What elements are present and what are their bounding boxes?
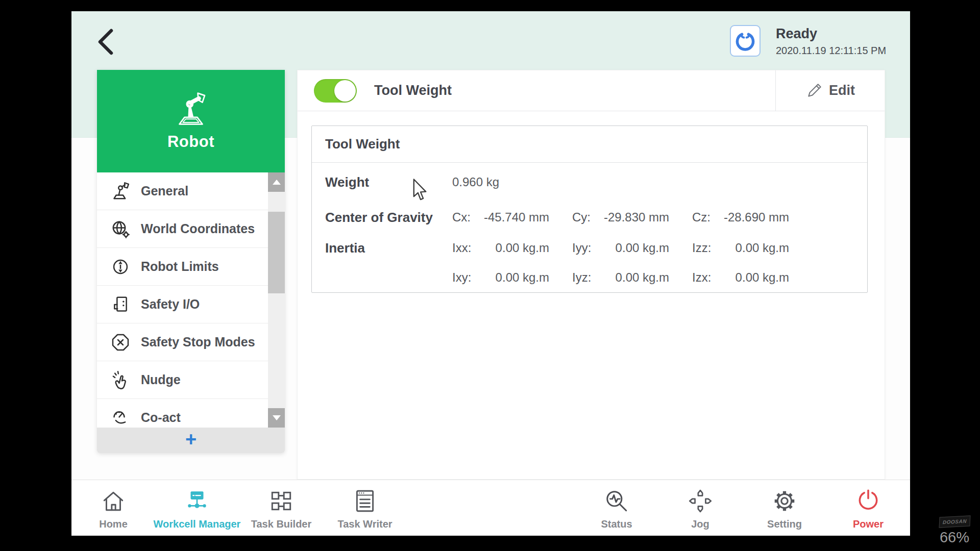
tool-weight-toggle[interactable] xyxy=(314,79,357,103)
sidebar-item-co-act[interactable]: Co-act xyxy=(97,399,285,428)
scroll-up-button[interactable] xyxy=(268,172,285,192)
iyz-key: Iyz: xyxy=(572,270,600,285)
ixy-key: Ixy: xyxy=(452,270,480,285)
sidebar-item-world-coordinates[interactable]: World Coordinates xyxy=(97,210,285,248)
weight-row: Weight 0.960 kg xyxy=(312,163,867,202)
card-title: Tool Weight xyxy=(325,136,400,152)
sidebar-item-label: Nudge xyxy=(141,372,181,387)
scroll-up-icon xyxy=(273,180,281,185)
iyz-value: 0.00 kg.m xyxy=(600,270,669,285)
iyy-key: Iyy: xyxy=(572,241,600,255)
sidebar-scrollbar[interactable] xyxy=(268,172,285,428)
robot-status-button[interactable] xyxy=(730,25,761,57)
inertia-row-1: Inertia Ixx: 0.00 kg.m Iyy: 0.00 kg.m Iz… xyxy=(312,233,867,263)
task-writer-icon xyxy=(314,484,416,514)
center-of-gravity-row: Center of Gravity Cx: -45.740 mm Cy: -29… xyxy=(312,202,867,233)
robot-arm-large-icon xyxy=(173,92,209,126)
tool-weight-card: Tool Weight Weight 0.960 kg Center of Gr… xyxy=(311,126,868,293)
sidebar-item-safety-stop-modes[interactable]: Safety Stop Modes xyxy=(97,323,285,361)
scroll-down-icon xyxy=(273,415,281,420)
ixx-key: Ixx: xyxy=(452,241,480,255)
pencil-icon xyxy=(805,82,823,99)
bottom-navbar: Home Workcell Manager Task Builder xyxy=(71,480,910,536)
sidebar-item-robot-limits[interactable]: Robot Limits xyxy=(97,248,285,286)
back-button[interactable] xyxy=(92,26,122,56)
limits-icon xyxy=(109,256,132,278)
robot-status-cluster: Ready 2020.11.19 12:11:15 PM xyxy=(730,25,886,57)
izz-key: Izz: xyxy=(692,241,720,255)
safety-io-icon xyxy=(109,293,132,316)
izz-value: 0.00 kg.m xyxy=(720,241,789,255)
power-icon xyxy=(817,484,910,514)
izx-value: 0.00 kg.m xyxy=(720,270,789,285)
iyy-value: 0.00 kg.m xyxy=(600,241,669,255)
sidebar-menu: General World Coordinates xyxy=(97,172,285,428)
sidebar-item-nudge[interactable]: Nudge xyxy=(97,361,285,399)
cog-label: Center of Gravity xyxy=(312,210,452,226)
sidebar-category-robot[interactable]: Robot xyxy=(97,70,285,172)
cy-key: Cy: xyxy=(572,210,600,224)
cy-value: -29.830 mm xyxy=(600,210,669,224)
sidebar: Robot General World Coordinates xyxy=(97,70,285,453)
sidebar-item-label: Safety I/O xyxy=(141,297,200,312)
sidebar-item-safety-io[interactable]: Safety I/O xyxy=(97,286,285,323)
sidebar-item-label: World Coordinates xyxy=(141,221,255,236)
sidebar-item-label: General xyxy=(141,184,188,198)
co-act-icon xyxy=(109,407,132,428)
ixx-value: 0.00 kg.m xyxy=(480,241,549,255)
card-title-row: Tool Weight xyxy=(312,126,867,163)
watermark: DOOSAN 66% xyxy=(936,516,973,546)
scrollbar-thumb[interactable] xyxy=(268,212,285,293)
zoom-level-text: 66% xyxy=(936,529,973,546)
back-chevron-icon xyxy=(92,26,122,56)
scroll-down-button[interactable] xyxy=(268,408,285,428)
nudge-hand-icon xyxy=(109,369,132,391)
sidebar-item-label: Safety Stop Modes xyxy=(141,335,255,349)
tool-weight-panel: Tool Weight Edit Tool Weight Weight 0.96… xyxy=(297,70,885,480)
robot-gripper-icon xyxy=(734,30,756,52)
sidebar-item-general[interactable]: General xyxy=(97,172,285,210)
globe-icon xyxy=(109,218,132,240)
cx-value: -45.740 mm xyxy=(480,210,549,224)
sidebar-item-label: Co-act xyxy=(141,410,181,425)
robot-arm-icon xyxy=(109,180,132,203)
app-window: Ready 2020.11.19 12:11:15 PM Robot xyxy=(71,11,910,536)
sidebar-item-label: Robot Limits xyxy=(141,259,219,274)
toggle-knob xyxy=(334,80,356,102)
add-workcell-item-button[interactable]: + xyxy=(97,428,285,453)
panel-title: Tool Weight xyxy=(374,83,452,98)
doosan-logo: DOOSAN xyxy=(939,515,970,528)
timestamp: 2020.11.19 12:11:15 PM xyxy=(776,45,886,57)
inertia-row-2: Ixy: 0.00 kg.m Iyz: 0.00 kg.m Izx: 0.00 … xyxy=(312,263,867,292)
sidebar-category-label: Robot xyxy=(167,133,214,151)
nav-power[interactable]: Power xyxy=(817,484,910,535)
weight-label: Weight xyxy=(312,174,452,190)
robot-state-text: Ready xyxy=(776,26,886,42)
edit-label: Edit xyxy=(829,83,855,98)
cz-value: -28.690 mm xyxy=(720,210,789,224)
edit-button[interactable]: Edit xyxy=(775,70,885,111)
cx-key: Cx: xyxy=(452,210,480,224)
weight-value: 0.960 kg xyxy=(452,175,499,189)
panel-header: Tool Weight Edit xyxy=(298,70,885,111)
stop-octagon-icon xyxy=(109,331,132,354)
plus-icon: + xyxy=(185,430,197,449)
nav-task-writer[interactable]: Task Writer xyxy=(314,484,416,535)
izx-key: Izx: xyxy=(692,270,720,285)
mouse-cursor xyxy=(411,179,430,201)
ixy-value: 0.00 kg.m xyxy=(480,270,549,285)
inertia-label: Inertia xyxy=(312,240,452,256)
cz-key: Cz: xyxy=(692,210,720,224)
